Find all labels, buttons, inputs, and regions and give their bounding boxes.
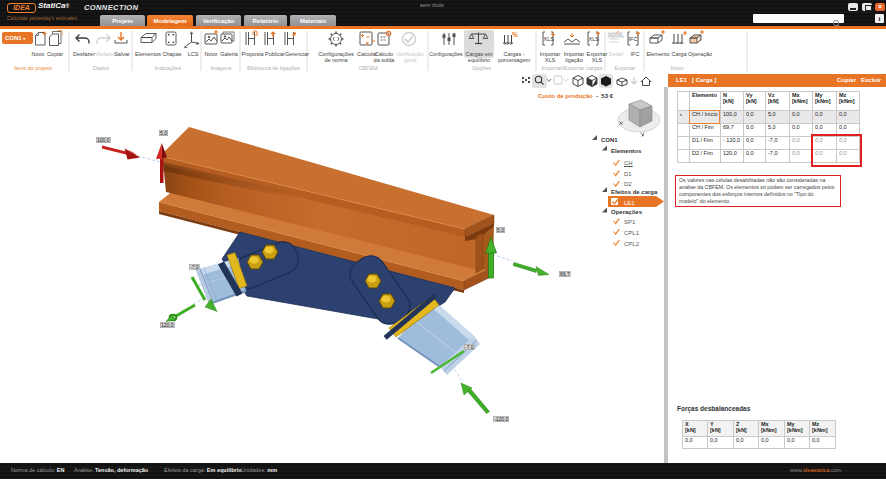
svg-text:XLS: XLS [589, 36, 600, 42]
svg-text:LE1: LE1 [624, 200, 635, 206]
svg-text:%: % [512, 31, 518, 38]
svg-text:XLS: XLS [544, 36, 555, 42]
svg-text:IFC: IFC [629, 36, 638, 42]
svg-text:DETAIL: DETAIL [608, 33, 624, 38]
